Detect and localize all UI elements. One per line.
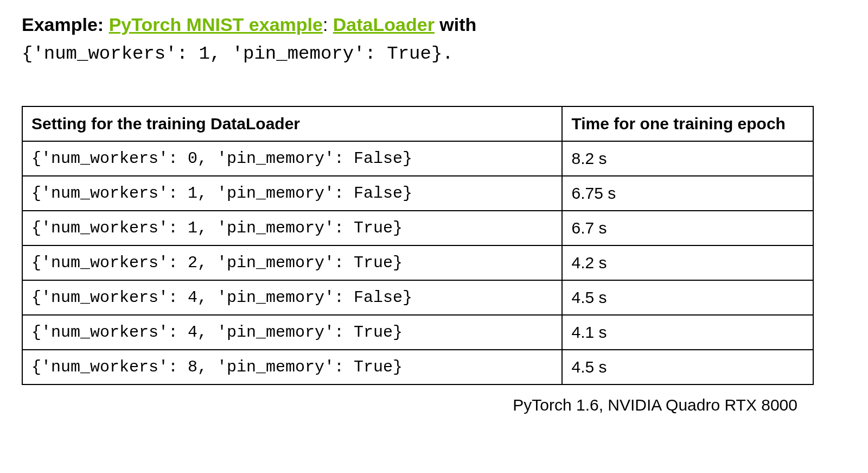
table-row: {'num_workers': 2, 'pin_memory': True}4.… (22, 245, 813, 280)
footer-caption: PyTorch 1.6, NVIDIA Quadro RTX 8000 (22, 396, 846, 414)
time-header: Time for one training epoch (562, 106, 813, 141)
setting-cell: {'num_workers': 0, 'pin_memory': False} (22, 141, 562, 176)
table-row: {'num_workers': 4, 'pin_memory': True}4.… (22, 315, 813, 350)
setting-cell: {'num_workers': 1, 'pin_memory': True} (22, 211, 562, 245)
time-cell: 8.2 s (562, 141, 813, 176)
time-cell: 6.7 s (562, 211, 813, 245)
setting-cell: {'num_workers': 4, 'pin_memory': False} (22, 280, 562, 315)
example-label: Example: (22, 14, 104, 35)
space (104, 14, 108, 35)
benchmark-table: Setting for the training DataLoader Time… (22, 106, 814, 385)
time-cell: 4.2 s (562, 245, 813, 280)
table-row: {'num_workers': 4, 'pin_memory': False}4… (22, 280, 813, 315)
setting-cell: {'num_workers': 4, 'pin_memory': True} (22, 315, 562, 350)
setting-cell: {'num_workers': 2, 'pin_memory': True} (22, 245, 562, 280)
time-cell: 4.1 s (562, 315, 813, 350)
header-code: {'num_workers': 1, 'pin_memory': True}. (22, 43, 454, 64)
dataloader-link[interactable]: DataLoader (333, 14, 435, 35)
separator: : (323, 14, 328, 35)
setting-header: Setting for the training DataLoader (22, 106, 562, 141)
table-row: {'num_workers': 0, 'pin_memory': False}8… (22, 141, 813, 176)
table-row: {'num_workers': 1, 'pin_memory': True}6.… (22, 211, 813, 245)
table-header-row: Setting for the training DataLoader Time… (22, 106, 813, 141)
pytorch-mnist-link[interactable]: PyTorch MNIST example (109, 14, 323, 35)
table-row: {'num_workers': 1, 'pin_memory': False}6… (22, 176, 813, 211)
time-cell: 4.5 s (562, 350, 813, 384)
time-cell: 6.75 s (562, 176, 813, 211)
with-text: with (435, 14, 476, 35)
setting-cell: {'num_workers': 8, 'pin_memory': True} (22, 350, 562, 384)
example-header: Example: PyTorch MNIST example: DataLoad… (22, 11, 846, 68)
time-cell: 4.5 s (562, 280, 813, 315)
setting-cell: {'num_workers': 1, 'pin_memory': False} (22, 176, 562, 211)
space (328, 14, 333, 35)
table-row: {'num_workers': 8, 'pin_memory': True}4.… (22, 350, 813, 384)
